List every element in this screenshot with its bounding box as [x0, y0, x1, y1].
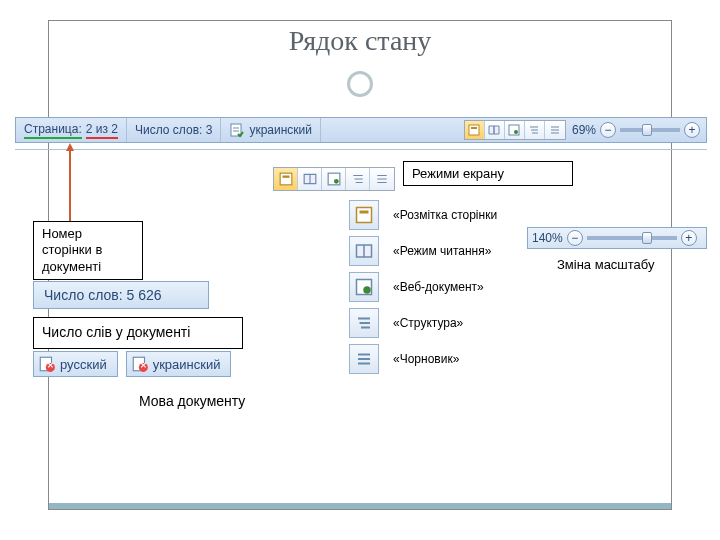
- language-text: украинский: [249, 123, 312, 137]
- svg-rect-5: [280, 173, 292, 185]
- language-callout: Мова документу: [139, 393, 245, 409]
- zoom-callout: Зміна масштабу: [557, 257, 655, 272]
- svg-rect-3: [509, 125, 519, 135]
- language-chip-ru[interactable]: русский: [33, 351, 118, 377]
- svg-point-10: [46, 363, 55, 372]
- wordcount-callout: Число слів у документі: [33, 317, 243, 349]
- svg-rect-14: [360, 211, 369, 214]
- slide-frame: Рядок стану Страница: 2 из 2 Число слов:…: [48, 20, 672, 510]
- svg-rect-7: [328, 173, 340, 185]
- draft-icon[interactable]: [349, 344, 379, 374]
- wordcount-chip-text: Число слов: 5 626: [44, 287, 162, 303]
- bottom-accent: [49, 503, 671, 509]
- zoom-strip-percent[interactable]: 140%: [532, 231, 563, 245]
- zoom-percent[interactable]: 69%: [572, 123, 596, 137]
- view-modes-list: «Розмітка сторінки «Режим читання» «Веб-…: [349, 197, 609, 377]
- view-modes-label: Режими екрану: [403, 161, 573, 186]
- web-icon[interactable]: [349, 272, 379, 302]
- statusbar-language[interactable]: украинский: [221, 118, 321, 142]
- view-print-layout-button[interactable]: [465, 121, 485, 139]
- view-draft-button[interactable]: [545, 121, 565, 139]
- words-value: 3: [206, 123, 213, 137]
- mode-text-print: «Розмітка сторінки: [393, 208, 497, 222]
- svg-rect-1: [469, 125, 479, 135]
- mode-row-draft: «Чорновик»: [349, 341, 609, 377]
- view-web-button-2[interactable]: [322, 168, 346, 190]
- spellcheck-icon-ru: [38, 355, 56, 373]
- print-layout-icon[interactable]: [349, 200, 379, 230]
- svg-point-12: [139, 363, 148, 372]
- words-label: Число слов:: [135, 123, 202, 137]
- language-row: русский украинский: [33, 351, 231, 377]
- zoom-out-button[interactable]: −: [600, 122, 616, 138]
- view-modes-cluster: [273, 167, 395, 191]
- reading-icon[interactable]: [349, 236, 379, 266]
- svg-rect-2: [471, 127, 477, 129]
- arrow-pagenum: [69, 149, 71, 221]
- wordcount-chip[interactable]: Число слов: 5 626: [33, 281, 209, 309]
- zoom-strip-slider[interactable]: [587, 236, 677, 240]
- zoom-strip-in[interactable]: +: [681, 230, 697, 246]
- svg-point-16: [363, 286, 371, 294]
- page-label: Страница:: [24, 122, 82, 139]
- mode-row-outline: «Структура»: [349, 305, 609, 341]
- svg-rect-13: [357, 208, 372, 223]
- statusbar-zoom: 69% − +: [566, 122, 706, 138]
- view-print-layout-button-2[interactable]: [274, 168, 298, 190]
- decorative-ring: [347, 71, 373, 97]
- statusbar-view-modes: [464, 120, 566, 140]
- page-value: 2 из 2: [86, 122, 118, 139]
- svg-point-8: [334, 179, 339, 184]
- zoom-strip-thumb[interactable]: [642, 232, 652, 244]
- view-reading-button[interactable]: [485, 121, 505, 139]
- view-outline-button[interactable]: [525, 121, 545, 139]
- view-web-button[interactable]: [505, 121, 525, 139]
- zoom-strip: 140% − +: [527, 227, 707, 249]
- language-ru-text: русский: [60, 357, 107, 372]
- mode-row-web: «Веб-документ»: [349, 269, 609, 305]
- mode-text-reading: «Режим читання»: [393, 244, 491, 258]
- view-reading-button-2[interactable]: [298, 168, 322, 190]
- zoom-in-button[interactable]: +: [684, 122, 700, 138]
- view-draft-button-2[interactable]: [370, 168, 394, 190]
- zoom-thumb[interactable]: [642, 124, 652, 136]
- pagenum-callout: Номер сторінки в документі: [33, 221, 143, 280]
- statusbar: Страница: 2 из 2 Число слов: 3 украински…: [15, 117, 707, 143]
- statusbar-page[interactable]: Страница: 2 из 2: [16, 118, 127, 142]
- statusbar-wordcount[interactable]: Число слов: 3: [127, 118, 221, 142]
- spellcheck-icon: [229, 122, 245, 138]
- zoom-slider[interactable]: [620, 128, 680, 132]
- language-chip-uk[interactable]: украинский: [126, 351, 232, 377]
- mode-text-web: «Веб-документ»: [393, 280, 484, 294]
- guide-line: [15, 149, 707, 150]
- outline-icon[interactable]: [349, 308, 379, 338]
- svg-point-4: [514, 130, 518, 134]
- mode-text-draft: «Чорновик»: [393, 352, 459, 366]
- slide-title: Рядок стану: [49, 25, 671, 57]
- zoom-strip-out[interactable]: −: [567, 230, 583, 246]
- view-outline-button-2[interactable]: [346, 168, 370, 190]
- view-modes-callout: Режими екрану: [273, 167, 573, 195]
- language-uk-text: украинский: [153, 357, 221, 372]
- svg-rect-6: [282, 176, 289, 178]
- spellcheck-icon-uk: [131, 355, 149, 373]
- mode-text-outline: «Структура»: [393, 316, 463, 330]
